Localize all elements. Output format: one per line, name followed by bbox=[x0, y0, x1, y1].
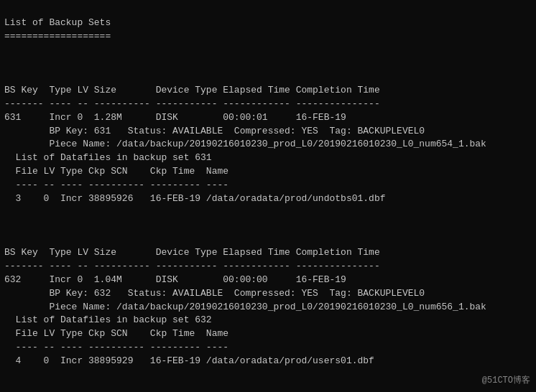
bs632-row3: Piece Name: /data/backup/20190216010230_… bbox=[4, 302, 464, 312]
bs631-row2: BP Key: 631 Status: AVAILABLE Compressed… bbox=[4, 126, 425, 136]
col-header-1: BS Key Type LV Size Device Type Elapsed … bbox=[4, 85, 380, 95]
bs631-datafiles-header: List of Datafiles in backup set 631 bbox=[4, 152, 212, 163]
col-sep-1: ------- ---- -- ---------- ----------- -… bbox=[4, 98, 380, 109]
bs632-file-row: 4 0 Incr 38895929 16-FEB-19 /data/oradat… bbox=[4, 355, 374, 366]
bs632-row1: 632 Incr 0 1.04M DISK 00:00:00 16-FEB-19 bbox=[4, 274, 346, 285]
blank4 bbox=[4, 383, 10, 392]
watermark: @51CTO博客 bbox=[482, 374, 530, 386]
page-title: List of Backup Sets bbox=[4, 17, 111, 28]
bs632-row2: BP Key: 632 Status: AVAILABLE Compressed… bbox=[4, 288, 425, 299]
bs631-file-header: File LV Type Ckp SCN Ckp Time Name bbox=[4, 166, 228, 177]
bs631-row3: Piece Name: /data/backup/20190216010230_… bbox=[4, 139, 464, 149]
title-underline: =================== bbox=[4, 31, 111, 42]
bs632-row4: .bak bbox=[464, 302, 486, 312]
bs632-datafiles-header: List of Datafiles in backup set 632 bbox=[4, 314, 212, 325]
bs632-file-header: File LV Type Ckp SCN Ckp Time Name bbox=[4, 328, 228, 339]
blank1 bbox=[4, 57, 10, 68]
bs631-file-row: 3 0 Incr 38895926 16-FEB-19 /data/oradat… bbox=[4, 193, 386, 204]
bs631-file-sep: ---- -- ---- ---------- --------- ---- bbox=[4, 179, 228, 190]
terminal-output: List of Backup Sets =================== … bbox=[4, 3, 532, 392]
blank3 bbox=[4, 220, 10, 231]
col-sep-2: ------- ---- -- ---------- ----------- -… bbox=[4, 261, 380, 271]
bs632-file-sep: ---- -- ---- ---------- --------- ---- bbox=[4, 342, 228, 353]
bs631-row4: .bak bbox=[464, 139, 486, 149]
col-header-2: BS Key Type LV Size Device Type Elapsed … bbox=[4, 247, 380, 258]
bs631-row1: 631 Incr 0 1.28M DISK 00:00:01 16-FEB-19 bbox=[4, 112, 346, 123]
